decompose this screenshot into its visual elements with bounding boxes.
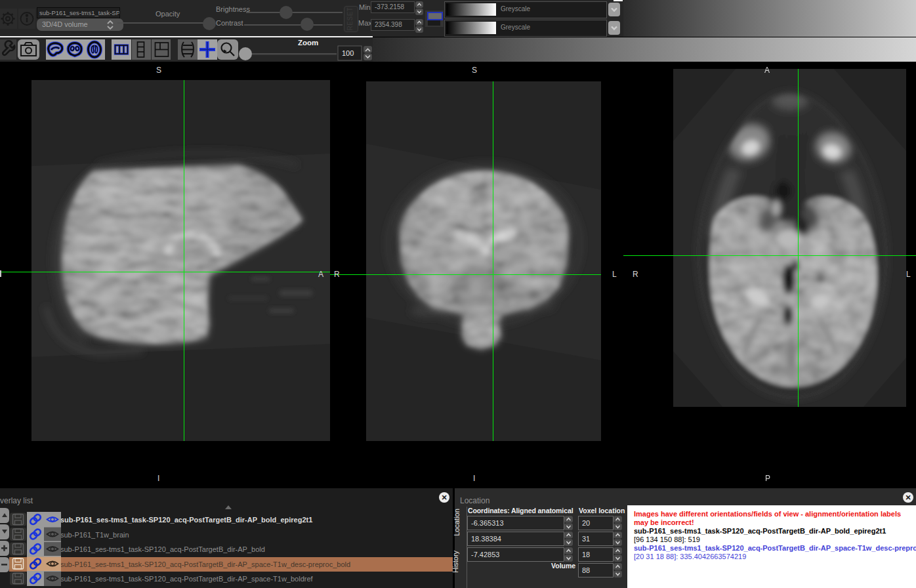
svg-text:Zoom: Zoom (298, 39, 318, 47)
svg-text:100: 100 (342, 49, 354, 57)
